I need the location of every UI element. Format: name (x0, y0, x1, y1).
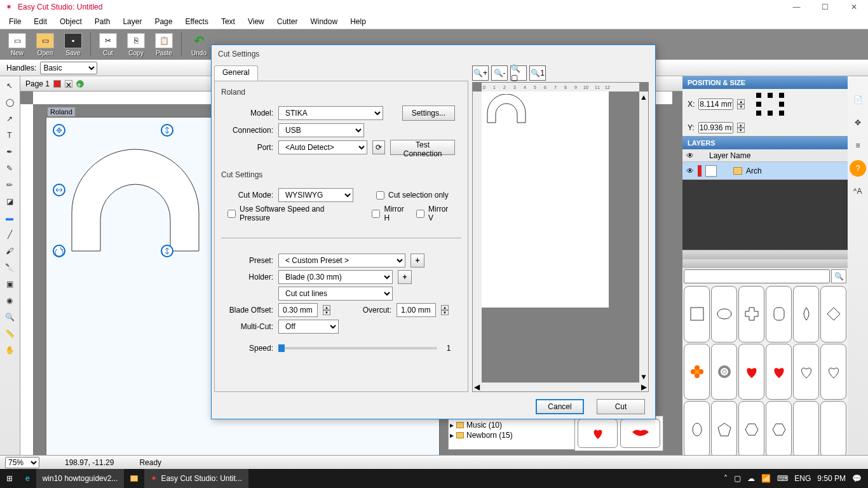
handle-bot-left[interactable] (53, 245, 65, 257)
shape-hexagon2[interactable] (766, 401, 792, 458)
lib-heart[interactable] (578, 419, 618, 448)
text-tool-icon[interactable]: T (0, 128, 19, 143)
shape-tool-icon[interactable]: ▣ (0, 276, 19, 292)
layer-visibility-toggle[interactable]: 👁 (686, 166, 694, 175)
shape-rhombus[interactable] (820, 286, 846, 342)
preset-select[interactable]: < Custom Preset > (278, 254, 405, 268)
shape-blank[interactable] (793, 401, 819, 458)
port-refresh-button[interactable]: ⟳ (372, 140, 385, 154)
tray-time[interactable]: 9:50 PM (817, 474, 846, 483)
menu-path[interactable]: Path (88, 16, 117, 27)
handle-top-mid[interactable] (161, 124, 173, 137)
brush-tool-icon[interactable]: 🖌 (0, 243, 19, 259)
taskbar-item-ecs[interactable]: ✶Easy Cut Studio: Untit... (144, 469, 248, 488)
shape-ellipse[interactable] (711, 286, 737, 342)
move-tool-icon[interactable]: ✥ (850, 114, 866, 131)
shape-square[interactable] (684, 286, 710, 342)
cutmode-select[interactable]: WYSIWYG (278, 188, 353, 202)
mirror-h-checkbox[interactable] (372, 210, 380, 218)
zoom-tool-icon[interactable]: 🔍 (0, 309, 19, 325)
speed-slider[interactable] (278, 347, 437, 349)
page-add-button[interactable]: + (76, 80, 84, 88)
x-spin-up[interactable]: ▲ (737, 99, 745, 104)
font-tab-icon[interactable]: ᴬA (850, 183, 866, 200)
zoom-out-button[interactable]: 🔍- (491, 65, 508, 81)
pencil-tool-icon[interactable]: ✏ (0, 177, 19, 193)
shape-flower[interactable] (684, 344, 710, 400)
cutlines-select[interactable]: Cut cut lines (278, 287, 393, 301)
shapes-search-button[interactable]: 🔍 (831, 269, 846, 283)
blade-offset-input[interactable] (278, 303, 318, 317)
preset-add-button[interactable]: + (410, 254, 424, 268)
tab-general[interactable]: General (214, 65, 258, 81)
page-delete-button[interactable]: ✕ (65, 80, 72, 88)
tray-expand-icon[interactable]: ˄ (724, 474, 728, 483)
selection-tool-icon[interactable]: ↖ (0, 78, 19, 93)
test-connection-button[interactable]: Test Connection (390, 140, 455, 155)
toolbar-save-button[interactable]: ▪Save (60, 30, 86, 58)
window-maximize-button[interactable]: ☐ (811, 0, 839, 14)
lib-lips[interactable] (620, 419, 660, 448)
shape-oval[interactable] (684, 401, 710, 458)
multicut-select[interactable]: Off (278, 320, 339, 334)
cancel-button[interactable]: Cancel (536, 399, 584, 414)
menu-page[interactable]: Page (148, 16, 179, 27)
shape-hexagon[interactable] (738, 401, 764, 458)
tray-notifications-icon[interactable]: 💬 (852, 474, 862, 483)
cut-button[interactable]: Cut (597, 399, 645, 414)
shape-cross[interactable] (738, 286, 764, 342)
mirror-v-checkbox[interactable] (416, 210, 424, 218)
page-setup-icon[interactable]: 📄 (850, 92, 866, 108)
y-input[interactable] (698, 122, 733, 133)
toolbar-cut-button[interactable]: ✂Cut (95, 30, 121, 58)
x-spin-down[interactable]: ▼ (737, 104, 745, 109)
menu-effects[interactable]: Effects (179, 16, 214, 27)
tray-wifi-icon[interactable]: 📶 (761, 474, 771, 483)
holder-select[interactable]: Blade (0.30 mm) (278, 270, 393, 284)
shape-heart-outline2[interactable] (820, 344, 846, 400)
tree-item-newborn[interactable]: ▸Newborn (15) (450, 430, 573, 440)
rectangle-tool-icon[interactable]: ▬ (0, 210, 19, 226)
lasso-tool-icon[interactable]: ◯ (0, 95, 19, 110)
shape-blank2[interactable] (820, 401, 846, 458)
knife-tool-icon[interactable]: 🔪 (0, 260, 19, 275)
settings-button[interactable]: Settings... (402, 105, 455, 121)
bezier-tool-icon[interactable]: ✒ (0, 144, 19, 159)
tray-keyboard-icon[interactable]: ⌨ (777, 474, 788, 483)
menu-cutter[interactable]: Cutter (271, 16, 304, 27)
zoom-fit-button[interactable]: 🔍▢ (510, 65, 527, 81)
window-minimize-button[interactable]: — (782, 0, 811, 14)
shape-heart-red[interactable] (738, 344, 764, 400)
panel-divider[interactable] (682, 250, 848, 259)
window-close-button[interactable]: ✕ (839, 0, 868, 14)
menu-file[interactable]: File (3, 16, 27, 27)
tray-lang[interactable]: ENG (794, 474, 811, 483)
tree-item-music[interactable]: ▸Music (10) (450, 420, 573, 430)
handle-top-left[interactable] (53, 124, 65, 137)
page-label[interactable]: Page 1 (25, 79, 50, 88)
layer-row[interactable]: 👁 Arch (682, 162, 848, 180)
menu-help[interactable]: Help (344, 16, 372, 27)
shape-gear[interactable] (711, 344, 737, 400)
cut-preview[interactable]: 0 1 2 3 4 5 6 7 8 9 10 11 12 (472, 82, 649, 392)
handle-bot-mid[interactable] (161, 245, 173, 257)
menu-text[interactable]: Text (215, 16, 241, 27)
zoom-in-button[interactable]: 🔍+ (472, 65, 489, 81)
position-panel-header[interactable]: POSITION & SIZE (682, 76, 848, 89)
menu-edit[interactable]: Edit (27, 16, 53, 27)
overcut-spin-down[interactable]: ▼ (441, 310, 449, 315)
handle-mid-left[interactable] (53, 184, 65, 196)
shape-heart-outline[interactable] (793, 344, 819, 400)
shape-roundrect[interactable] (766, 286, 792, 342)
measure-tool-icon[interactable]: 📏 (0, 326, 19, 341)
shape-diamond[interactable] (793, 286, 819, 342)
menu-object[interactable]: Object (53, 16, 88, 27)
holder-add-button[interactable]: + (398, 270, 412, 284)
connection-select[interactable]: USB (278, 123, 364, 137)
pen-tool-icon[interactable]: ✎ (0, 161, 19, 176)
y-spin-down[interactable]: ▼ (737, 128, 745, 133)
zoom-actual-button[interactable]: 🔍1 (529, 65, 546, 81)
preview-scroll-v[interactable]: ▲▼ (639, 92, 648, 383)
taskbar-item-guide[interactable]: win10 howtoguidev2... (36, 469, 125, 488)
y-spin-up[interactable]: ▲ (737, 123, 745, 128)
